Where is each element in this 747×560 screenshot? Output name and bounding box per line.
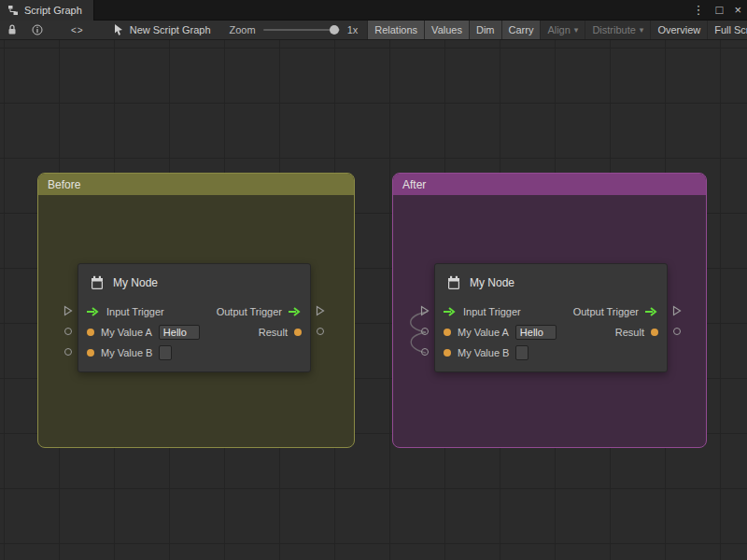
distribute-menu[interactable]: Distribute ▾ [585, 21, 650, 39]
lock-icon [7, 24, 17, 35]
maximize-button[interactable]: □ [716, 0, 724, 21]
external-ports-right [311, 263, 330, 372]
value-port-icon[interactable] [87, 349, 94, 357]
value-port-icon [317, 328, 324, 335]
port-row: Input Trigger Output Trigger [435, 301, 667, 322]
pointer-icon [114, 24, 124, 35]
flow-in-icon[interactable] [444, 307, 457, 316]
zoom-slider[interactable] [263, 29, 340, 31]
graph-name-label: New Script Graph [130, 24, 211, 35]
external-ports-left [416, 263, 434, 372]
window-tab-bar: Script Graph ⋮ □ × [0, 0, 747, 21]
node[interactable]: My Node Input Trigger Output Trigger [434, 263, 668, 372]
port-row: My Value A Result [78, 322, 310, 343]
value-b-outer-port[interactable] [416, 342, 434, 362]
zoom-value: 1x [347, 24, 359, 35]
node-my-node-before: My Node Input Trigger Output Trigger [59, 263, 330, 372]
flow-port-icon [63, 305, 73, 316]
value-port-icon [421, 328, 429, 335]
result-outer-port[interactable] [668, 321, 686, 342]
node-title: My Node [470, 276, 514, 289]
more-menu-button[interactable]: ⋮ [693, 0, 705, 21]
group-header[interactable]: Before [38, 174, 354, 195]
port-row: My Value B [78, 343, 310, 363]
flow-port-icon [420, 305, 430, 316]
value-port-icon [673, 328, 681, 335]
value-port-icon[interactable] [87, 329, 94, 336]
flow-input-outer-port[interactable] [416, 301, 434, 321]
zoom-label: Zoom [230, 24, 256, 35]
code-preview-button[interactable]: <> [58, 21, 97, 39]
result-outer-port[interactable] [311, 321, 330, 342]
node-header[interactable]: My Node [435, 264, 667, 301]
lock-button[interactable] [0, 21, 24, 39]
node-my-node-after: My Node Input Trigger Output Trigger [416, 263, 686, 372]
value-a-outer-port[interactable] [416, 321, 434, 342]
port-label: My Value A [101, 327, 152, 338]
chevron-down-icon: ▾ [640, 25, 644, 35]
tab-title: Script Graph [24, 5, 82, 16]
port-label: Result [259, 327, 288, 338]
code-icon: <> [71, 25, 84, 35]
external-ports-left [59, 263, 78, 372]
flow-in-icon[interactable] [87, 307, 100, 316]
group-label: After [402, 178, 426, 191]
value-port-icon [64, 348, 72, 356]
flow-port-icon [672, 305, 682, 316]
values-toggle[interactable]: Values [424, 21, 469, 39]
graph-canvas[interactable]: Before After [0, 40, 747, 560]
node-header[interactable]: My Node [78, 264, 310, 301]
port-label: Output Trigger [573, 306, 639, 317]
value-port-icon[interactable] [294, 329, 302, 336]
value-a-field[interactable] [515, 325, 557, 340]
overview-button[interactable]: Overview [650, 21, 707, 39]
value-b-outer-port[interactable] [59, 342, 78, 362]
port-label: My Value B [458, 347, 509, 358]
value-port-icon [64, 328, 72, 335]
external-ports-right [668, 263, 686, 372]
dim-toggle[interactable]: Dim [469, 21, 501, 39]
graph-toolbar: <> New Script Graph Zoom 1x Relations Va… [0, 21, 747, 40]
port-row: My Value B [435, 343, 667, 363]
chevron-down-icon: ▾ [574, 25, 579, 35]
relations-toggle[interactable]: Relations [367, 21, 424, 39]
inspect-button[interactable] [24, 21, 50, 39]
port-label: Output Trigger [217, 306, 282, 317]
graph-name: New Script Graph [105, 21, 220, 39]
value-b-field[interactable] [515, 345, 529, 360]
group-header[interactable]: After [393, 174, 706, 195]
flow-output-outer-port[interactable] [668, 301, 686, 321]
flow-port-icon [316, 305, 325, 316]
value-port-icon[interactable] [444, 349, 451, 357]
value-a-field[interactable] [159, 325, 200, 340]
info-icon [32, 24, 43, 35]
close-button[interactable]: × [734, 0, 741, 21]
node[interactable]: My Node Input Trigger Output Trigger [78, 263, 311, 372]
port-label: Input Trigger [463, 306, 521, 317]
value-port-icon [421, 348, 429, 356]
fullscreen-button[interactable]: Full Scr [707, 21, 747, 39]
port-label: Input Trigger [106, 306, 164, 317]
flow-out-icon[interactable] [645, 307, 658, 316]
value-port-icon[interactable] [444, 329, 451, 336]
flow-out-icon[interactable] [289, 307, 302, 316]
flow-output-outer-port[interactable] [311, 301, 330, 321]
flow-input-outer-port[interactable] [59, 301, 78, 321]
port-label: My Value B [101, 347, 152, 358]
port-label: My Value A [458, 327, 509, 338]
unit-icon [90, 275, 105, 290]
group-label: Before [48, 178, 80, 191]
value-a-outer-port[interactable] [59, 321, 78, 342]
port-row: My Value A Result [435, 322, 667, 343]
port-label: Result [615, 327, 644, 338]
value-b-field[interactable] [159, 345, 172, 360]
align-menu[interactable]: Align ▾ [540, 21, 585, 39]
port-row: Input Trigger Output Trigger [78, 301, 310, 322]
unit-icon [446, 275, 461, 290]
zoom-slider-knob[interactable] [330, 25, 339, 35]
value-port-icon[interactable] [651, 329, 658, 336]
node-title: My Node [113, 276, 158, 289]
tab-script-graph[interactable]: Script Graph [0, 0, 94, 21]
graph-icon [7, 5, 19, 16]
carry-toggle[interactable]: Carry [501, 21, 541, 39]
